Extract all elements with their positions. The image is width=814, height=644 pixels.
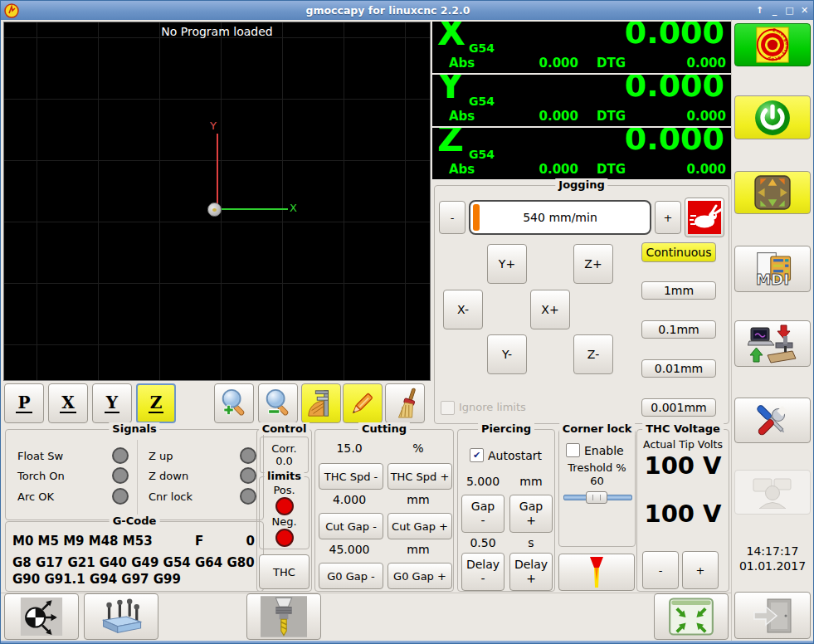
sidebar-divider [731, 20, 732, 644]
maximize-button[interactable]: □ [783, 4, 796, 17]
pierce-gap-value: 5.000 [458, 475, 508, 488]
signal-torch-on-led [112, 467, 129, 484]
signal-float-sw-label: Float Sw [17, 450, 63, 462]
touch-plate-button[interactable] [84, 593, 158, 640]
y-axis-line [217, 134, 218, 209]
caliper-icon [305, 388, 337, 419]
exit-button[interactable] [734, 592, 811, 639]
cut-gap-increase-button[interactable]: Cut Gap + [388, 513, 452, 539]
manual-mode-button[interactable] [734, 171, 811, 214]
jog-x-minus-button[interactable]: X- [443, 290, 483, 329]
gcode-frame: G-Code M0 M5 M9 M48 M53 F 0 G8 G17 G21 G… [5, 521, 264, 592]
rapid-jog-button[interactable] [685, 198, 724, 237]
dtg-value: 0.000 [660, 109, 726, 124]
broom-icon [389, 388, 421, 419]
signal-float-sw-led [112, 447, 129, 464]
threshold-slider-handle[interactable] [586, 491, 607, 504]
abs-value: 0.000 [515, 162, 578, 177]
corr-label: Corr. [271, 442, 296, 455]
torch-button[interactable] [558, 554, 635, 591]
window-title: gmoccapy for linuxcnc 2.2.0 [22, 4, 753, 17]
jog-speed-decrease-button[interactable]: - [439, 201, 465, 234]
voltage-decrease-button[interactable]: - [642, 551, 679, 589]
estop-button[interactable]: Emergency-Stop [734, 23, 811, 66]
jog-speed-fill [473, 204, 480, 231]
user-settings-button[interactable] [734, 470, 811, 515]
touch-off-button[interactable] [4, 593, 79, 640]
axis-value: 0.000 [625, 128, 724, 154]
g0-gap-value: 45.000 [315, 543, 383, 556]
g0-gap-decrease-button[interactable]: G0 Gap - [319, 563, 383, 589]
dro-axis-z[interactable]: Z G54 0.000 Abs 0.000 DTG 0.000 [432, 128, 731, 179]
tool-holder-icon [261, 596, 307, 637]
gcode-preview-canvas[interactable]: No Program loaded Y X [3, 22, 431, 381]
jog-increment-0.001mm-button[interactable]: 0.001mm [641, 398, 716, 417]
abs-label: Abs [449, 56, 475, 71]
jog-increment-continuous-button[interactable]: Continuous [641, 242, 716, 262]
view-along-y-button[interactable]: Y [92, 383, 132, 423]
tool-settings-button[interactable] [246, 593, 321, 640]
limits-frame: limits Pos. Neg. [259, 476, 310, 549]
signals-frame: Signals Float Sw Torch On Arc OK Z up Z … [5, 429, 264, 520]
zoom-out-icon [262, 388, 294, 419]
zoom-in-button[interactable] [214, 383, 254, 423]
thc-button[interactable]: THC [259, 554, 310, 589]
jog-x-plus-button[interactable]: X+ [530, 290, 570, 329]
ignore-limits-checkbox[interactable]: ✔ [441, 401, 455, 415]
pierce-gap-decrease-button[interactable]: Gap - [461, 495, 504, 533]
autostart-label: Autostart [488, 449, 542, 462]
thc-speed-decrease-button[interactable]: THC Spd - [319, 463, 383, 490]
view-perspective-button[interactable]: P [4, 383, 44, 423]
pierce-delay-increase-button[interactable]: Delay + [509, 553, 553, 591]
title-bar[interactable]: gmoccapy for linuxcnc 2.2.0 ↑ _ □ ✕ [1, 1, 813, 20]
control-title: Control [259, 422, 310, 435]
jog-increment-1mm-button[interactable]: 1mm [641, 281, 716, 300]
axis-letter: X [437, 22, 465, 51]
thc-speed-increase-button[interactable]: THC Spd + [388, 463, 452, 490]
cut-gap-decrease-button[interactable]: Cut Gap - [319, 513, 383, 539]
fullscreen-button[interactable] [654, 593, 729, 640]
clear-plot-button[interactable] [385, 383, 425, 423]
target-voltage-value: 100 V [644, 500, 721, 528]
close-button[interactable]: ✕ [798, 4, 811, 17]
mdi-mode-button[interactable]: MDI [734, 246, 811, 292]
dimensions-button[interactable] [301, 383, 341, 423]
dtg-label: DTG [597, 109, 626, 124]
coord-system: G54 [469, 148, 495, 161]
axis-value: 0.000 [625, 75, 724, 101]
dro-axis-y[interactable]: Y G54 0.000 Abs 0.000 DTG 0.000 [432, 75, 731, 126]
jog-increment-0.01mm-button[interactable]: 0.01mm [641, 359, 716, 378]
thc-voltage-title: THC Voltage [642, 422, 724, 435]
edit-gcode-button[interactable] [343, 383, 383, 423]
view-along-x-button[interactable]: X [48, 383, 88, 423]
jog-increment-0.1mm-button[interactable]: 0.1mm [641, 320, 716, 339]
minimize-button[interactable]: _ [768, 4, 781, 17]
jog-y-minus-button[interactable]: Y- [487, 334, 527, 374]
zoom-out-button[interactable] [258, 383, 298, 423]
jog-speed-slider[interactable]: 540 mm/min [469, 200, 651, 235]
corner-lock-title: Corner lock [559, 422, 636, 435]
pierce-delay-decrease-button[interactable]: Delay - [461, 553, 504, 591]
signal-arc-ok-led [112, 488, 129, 505]
jog-speed-increase-button[interactable]: + [655, 201, 681, 234]
piercing-frame: Piercing ✔ Autostart 5.000 mm Gap - Gap … [457, 429, 555, 592]
voltage-increase-button[interactable]: + [682, 551, 719, 589]
corner-lock-enable-checkbox[interactable]: ✔ [566, 443, 580, 457]
settings-button[interactable] [734, 398, 811, 443]
neg-limit-label: Neg. [271, 515, 296, 528]
jog-z-plus-button[interactable]: Z+ [573, 244, 613, 284]
jog-z-minus-button[interactable]: Z- [573, 334, 613, 374]
auto-mode-button[interactable] [734, 320, 811, 367]
g0-gap-increase-button[interactable]: G0 Gap + [388, 563, 452, 589]
dro-axis-x[interactable]: X G54 0.000 Abs 0.000 DTG 0.000 [432, 22, 731, 73]
machine-on-button[interactable] [734, 95, 811, 139]
signal-z-up-led [240, 447, 256, 464]
dtg-label: DTG [597, 56, 626, 71]
signal-z-down-led [240, 467, 256, 484]
jog-y-plus-button[interactable]: Y+ [487, 244, 527, 284]
pierce-gap-increase-button[interactable]: Gap + [509, 495, 553, 533]
view-along-z-button[interactable]: Z [136, 383, 176, 423]
gcode-title: G-Code [110, 515, 160, 527]
autostart-checkbox[interactable]: ✔ [470, 448, 484, 462]
shade-button[interactable]: ↑ [753, 4, 766, 17]
